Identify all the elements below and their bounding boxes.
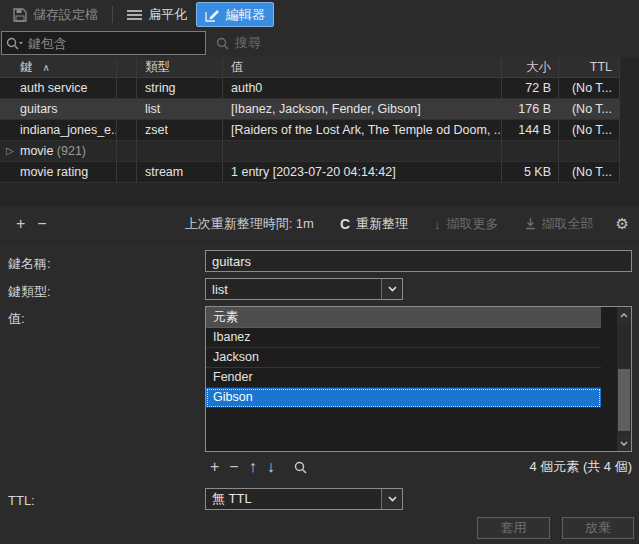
fetch-more-button[interactable]: ↓ 擷取更多 (434, 215, 499, 233)
chevron-down-icon[interactable] (381, 279, 402, 299)
value-list: 元素 Ibanez Jackson Fender Gibson (205, 306, 632, 452)
search-icon (216, 37, 229, 50)
key-table-header: 鍵∧ 類型 值 大小 TTL (0, 57, 639, 78)
column-header-spacer[interactable] (117, 57, 137, 78)
fetch-all-button[interactable]: 擷取全部 (525, 215, 594, 233)
key-type-select[interactable]: list (205, 278, 403, 300)
move-up-button[interactable]: ↑ (244, 459, 262, 475)
ttl-select[interactable]: 無 TTL (205, 488, 403, 510)
floppy-disk-icon (13, 8, 27, 22)
list-item-selected[interactable]: Gibson (206, 388, 601, 408)
key-table: 鍵∧ 類型 值 大小 TTL auth service string auth0… (0, 57, 639, 207)
key-type-value: list (206, 282, 381, 297)
move-down-button[interactable]: ↓ (262, 459, 280, 475)
flatten-label: 扁平化 (148, 6, 187, 24)
save-config-button[interactable]: 儲存設定檔 (4, 2, 107, 27)
gear-icon[interactable]: ⚙ (616, 215, 629, 233)
fetch-all-icon (525, 218, 536, 230)
save-config-label: 儲存設定檔 (33, 6, 98, 24)
table-row[interactable]: movie rating stream 1 entry [2023-07-20 … (0, 162, 639, 183)
ttl-value: 無 TTL (206, 490, 381, 508)
column-header-ttl[interactable]: TTL (559, 57, 620, 78)
fetch-all-label: 擷取全部 (542, 215, 594, 233)
redis-editor-window: 儲存設定檔 扁平化 編輯器 搜尋 (0, 0, 639, 544)
expand-triangle-icon[interactable]: ▷ (6, 141, 14, 161)
key-name-input[interactable] (205, 250, 632, 272)
list-item[interactable]: Ibanez (206, 328, 601, 348)
value-list-footer: + − ↑ ↓ 4 個元素 (共 4 個) (205, 457, 632, 477)
tree-toolbar: + − 上次重新整理時間: 1m C 重新整理 ↓ 擷取更多 擷取全部 ⚙ (0, 207, 639, 241)
table-row[interactable]: auth service string auth0 72 B (No T... (0, 78, 639, 99)
search-elements-icon[interactable] (294, 461, 307, 474)
refresh-icon: C (340, 216, 350, 232)
value-list-scrollbar[interactable] (617, 307, 631, 451)
fetch-more-label: 擷取更多 (447, 215, 499, 233)
column-header-size[interactable]: 大小 (502, 57, 559, 78)
toolbar-separator (112, 6, 113, 23)
table-row-selected[interactable]: guitars list [Ibanez, Jackson, Fender, G… (0, 99, 639, 120)
column-header-type[interactable]: 類型 (137, 57, 223, 78)
fetch-more-icon: ↓ (434, 217, 441, 232)
chevron-down-icon[interactable] (381, 489, 402, 509)
search-button[interactable]: 搜尋 (216, 34, 261, 52)
value-editor: 鍵名稱: 鍵類型: list 值: 元素 Ibanez Jackson Fend… (0, 241, 639, 544)
refresh-label: 重新整理 (356, 215, 408, 233)
key-filter-box (1, 31, 206, 55)
value-label: 值: (8, 310, 25, 328)
key-filter-input[interactable] (24, 36, 205, 51)
editor-button[interactable]: 編輯器 (196, 2, 274, 27)
sort-ascending-icon: ∧ (43, 62, 50, 73)
last-refresh-text: 上次重新整理時間: 1m (185, 215, 314, 233)
element-count-text: 4 個元素 (共 4 個) (529, 458, 632, 476)
editor-label: 編輯器 (226, 6, 265, 24)
scroll-down-icon[interactable] (617, 435, 631, 451)
apply-button[interactable]: 套用 (477, 517, 550, 539)
value-list-column-header[interactable]: 元素 (206, 307, 601, 328)
key-child-count: (921) (57, 144, 86, 158)
ttl-label: TTL: (8, 493, 35, 508)
table-row-expandable[interactable]: ▷ movie (921) (0, 141, 639, 162)
pencil-edit-icon (205, 8, 220, 22)
key-type-label: 鍵類型: (8, 283, 51, 301)
scroll-up-icon[interactable] (617, 307, 631, 323)
refresh-button[interactable]: C 重新整理 (340, 215, 408, 233)
remove-key-button[interactable]: − (31, 216, 52, 232)
remove-element-button[interactable]: − (224, 459, 243, 475)
add-element-button[interactable]: + (205, 459, 224, 475)
key-name-label: 鍵名稱: (8, 255, 51, 273)
add-key-button[interactable]: + (10, 216, 31, 232)
search-button-label: 搜尋 (235, 34, 261, 52)
list-item[interactable]: Fender (206, 368, 601, 388)
column-header-key[interactable]: 鍵∧ (0, 57, 117, 78)
search-row: 搜尋 (0, 29, 639, 57)
discard-button[interactable]: 放棄 (562, 517, 634, 539)
column-header-value[interactable]: 值 (223, 57, 502, 78)
search-filter-icon[interactable] (6, 37, 24, 50)
list-item[interactable]: Jackson (206, 348, 601, 368)
main-toolbar: 儲存設定檔 扁平化 編輯器 (0, 0, 639, 29)
table-row[interactable]: indiana_jones_e... zset [Raiders of the … (0, 120, 639, 141)
scrollbar-thumb[interactable] (618, 369, 630, 431)
flatten-list-icon (127, 9, 142, 21)
flatten-button[interactable]: 扁平化 (118, 2, 196, 27)
